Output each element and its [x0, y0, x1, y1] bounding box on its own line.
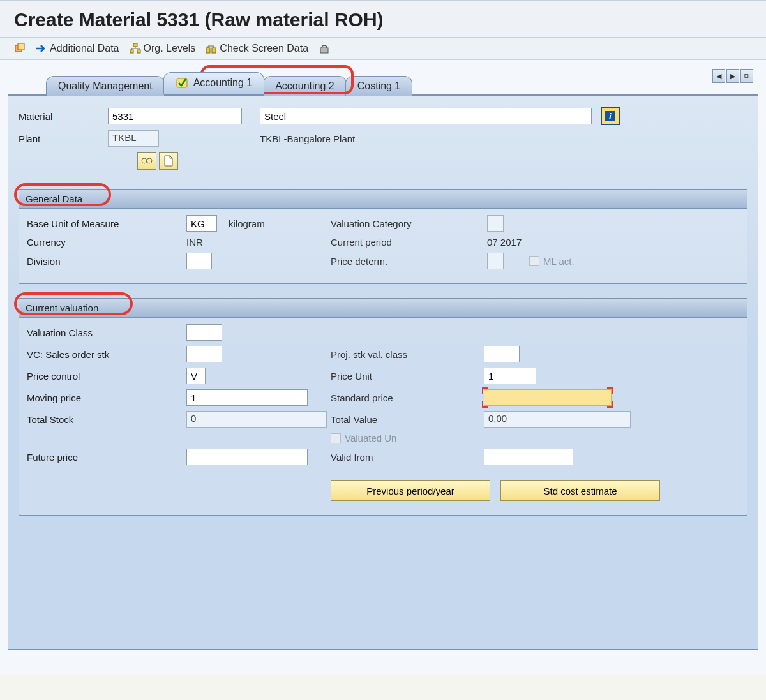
base-uom-text: kilogram — [229, 218, 331, 229]
tab-nav-right[interactable]: ▶ — [726, 69, 739, 83]
toolbar-new-icon[interactable] — [14, 43, 26, 54]
valuation-cat-label: Valuation Category — [331, 218, 487, 229]
check-screen-button[interactable]: Check Screen Data — [206, 43, 308, 54]
tab-strip: Quality Management Accounting 1 Accounti… — [46, 69, 758, 94]
currency-value: INR — [186, 237, 331, 248]
price-unit-label: Price Unit — [331, 371, 484, 382]
group-general-data: General Data Base Unit of Measure kilogr… — [19, 189, 747, 284]
tab-nav-list[interactable]: ⧉ — [740, 69, 753, 83]
future-price-input[interactable] — [186, 449, 308, 465]
price-control-input[interactable] — [186, 368, 206, 384]
org-levels-label: Org. Levels — [144, 43, 196, 54]
page-title: Create Material 5331 (Raw material ROH) — [0, 1, 766, 38]
info-button[interactable]: i — [601, 107, 620, 125]
tab-label: Costing 1 — [357, 80, 401, 92]
tab-nav-left[interactable]: ◀ — [712, 69, 725, 83]
current-period-value: 07 2017 — [487, 237, 522, 248]
division-label: Division — [27, 256, 186, 267]
check-icon — [176, 77, 190, 89]
svg-rect-7 — [320, 48, 328, 53]
total-value-label: Total Value — [331, 414, 484, 425]
valid-from-input[interactable] — [484, 449, 573, 465]
proj-stk-label: Proj. stk val. class — [331, 349, 484, 360]
plant-desc: TKBL-Bangalore Plant — [260, 133, 355, 144]
tab-label: Quality Management — [58, 80, 153, 92]
previous-period-button[interactable]: Previous period/year — [331, 480, 490, 501]
price-determ-label: Price determ. — [331, 256, 487, 267]
document-icon — [164, 155, 173, 167]
price-unit-input[interactable] — [484, 368, 536, 384]
standard-price-label: Standard price — [331, 392, 484, 403]
svg-rect-1 — [18, 43, 24, 50]
svg-point-12 — [147, 158, 152, 163]
svg-rect-2 — [133, 43, 137, 47]
total-value-value: 0,00 — [484, 411, 631, 428]
svg-rect-4 — [137, 50, 140, 53]
ml-act-label: ML act. — [543, 256, 574, 267]
group-valuation-header: Current valuation — [19, 299, 747, 318]
valid-from-label: Valid from — [331, 452, 484, 463]
plant-label: Plant — [19, 133, 108, 144]
glasses-button[interactable] — [137, 152, 156, 170]
valuated-un-checkbox — [331, 433, 341, 443]
tab-accounting-2[interactable]: Accounting 2 — [263, 76, 347, 96]
additional-data-button[interactable]: Additional Data — [36, 43, 119, 54]
price-control-label: Price control — [27, 371, 186, 382]
price-determ-field — [487, 253, 504, 269]
vc-sales-input[interactable] — [186, 346, 222, 362]
tab-label: Accounting 2 — [275, 80, 334, 92]
svg-rect-6 — [212, 48, 216, 53]
valuation-cat-field — [487, 215, 504, 232]
standard-price-input[interactable] — [484, 389, 612, 406]
additional-data-label: Additional Data — [50, 43, 119, 54]
tab-accounting-1[interactable]: Accounting 1 — [163, 72, 265, 94]
tab-quality-management[interactable]: Quality Management — [46, 76, 165, 96]
material-label: Material — [19, 111, 108, 122]
svg-text:i: i — [609, 112, 612, 121]
proj-stk-input[interactable] — [484, 346, 520, 362]
currency-label: Currency — [27, 237, 186, 248]
base-uom-label: Base Unit of Measure — [27, 218, 186, 229]
org-levels-button[interactable]: Org. Levels — [130, 43, 196, 54]
ml-act-checkbox — [529, 256, 539, 266]
toolbar: Additional Data Org. Levels Check Screen… — [0, 38, 766, 60]
group-general-header: General Data — [19, 190, 747, 209]
material-desc-input[interactable] — [260, 108, 592, 124]
group-current-valuation: Current valuation Valuation Class VC: Sa… — [19, 298, 747, 516]
moving-price-input[interactable] — [186, 389, 308, 406]
division-input[interactable] — [186, 253, 212, 269]
material-input[interactable] — [108, 108, 242, 124]
lock-icon[interactable] — [319, 43, 330, 54]
tab-costing-1[interactable]: Costing 1 — [345, 76, 413, 96]
new-doc-button[interactable] — [159, 152, 178, 170]
tab-label: Accounting 1 — [193, 77, 253, 89]
glasses-icon — [141, 157, 153, 165]
total-stock-value: 0 — [186, 411, 327, 428]
svg-rect-3 — [130, 50, 133, 53]
valuated-un-label: Valuated Un — [345, 433, 396, 443]
total-stock-label: Total Stock — [27, 414, 186, 425]
valuation-class-label: Valuation Class — [27, 327, 186, 338]
current-period-label: Current period — [331, 237, 487, 248]
svg-point-11 — [142, 158, 147, 163]
vc-sales-label: VC: Sales order stk — [27, 349, 186, 360]
std-cost-estimate-button[interactable]: Std cost estimate — [500, 480, 660, 501]
base-uom-input[interactable] — [186, 215, 217, 232]
svg-rect-5 — [206, 48, 210, 53]
plant-value: TKBL — [108, 130, 159, 147]
moving-price-label: Moving price — [27, 392, 186, 403]
valuation-class-input[interactable] — [186, 324, 222, 341]
check-screen-label: Check Screen Data — [220, 43, 308, 54]
future-price-label: Future price — [27, 452, 186, 463]
